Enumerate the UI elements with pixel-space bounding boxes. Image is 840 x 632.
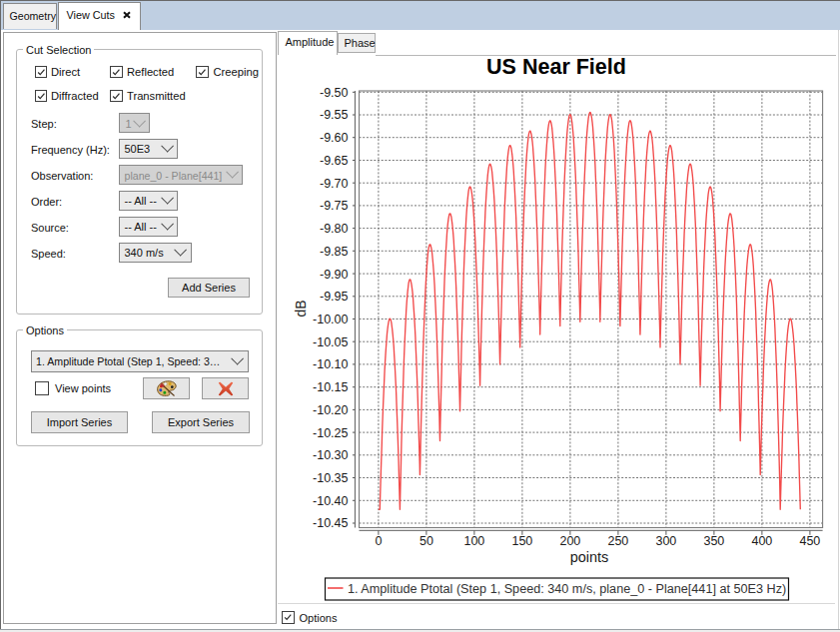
svg-text:-10.25: -10.25 [313,426,348,440]
svg-text:300: 300 [655,534,676,548]
svg-text:400: 400 [751,534,772,548]
svg-text:-9.70: -9.70 [320,177,349,191]
svg-text:points: points [570,549,609,565]
svg-text:1. Amplitude Ptotal (Step 1, S: 1. Amplitude Ptotal (Step 1, Speed: 340 … [348,582,786,596]
svg-text:0: 0 [375,534,382,548]
svg-text:-10.10: -10.10 [313,357,348,371]
svg-text:250: 250 [607,534,628,548]
svg-text:-10.35: -10.35 [313,471,348,485]
svg-text:200: 200 [559,534,580,548]
svg-text:-9.50: -9.50 [320,86,349,100]
svg-text:-10.45: -10.45 [313,516,348,530]
svg-text:-10.00: -10.00 [313,313,348,326]
svg-text:100: 100 [463,534,484,548]
svg-text:50: 50 [420,534,433,548]
svg-text:dB: dB [293,300,309,316]
svg-text:450: 450 [799,534,820,548]
svg-text:-10.40: -10.40 [313,494,348,508]
svg-text:150: 150 [511,534,532,548]
svg-text:350: 350 [703,534,724,548]
svg-text:-9.55: -9.55 [320,108,349,122]
svg-text:-9.95: -9.95 [320,290,349,304]
svg-text:-10.30: -10.30 [313,448,348,462]
svg-text:-10.05: -10.05 [313,335,348,349]
svg-text:-9.90: -9.90 [320,268,349,282]
svg-text:-9.85: -9.85 [320,245,349,259]
svg-text:-9.75: -9.75 [320,199,349,213]
svg-text:-10.20: -10.20 [313,403,348,417]
svg-text:-9.80: -9.80 [320,222,349,236]
svg-text:-10.15: -10.15 [313,380,348,394]
svg-text:-9.65: -9.65 [320,154,349,168]
svg-text:-9.60: -9.60 [320,131,349,145]
